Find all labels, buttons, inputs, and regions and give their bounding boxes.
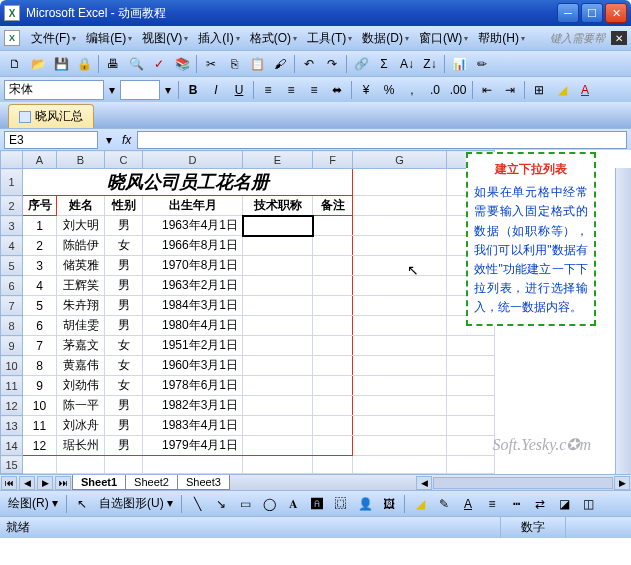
cell[interactable]: [447, 376, 495, 396]
hyperlink-icon[interactable]: 🔗: [350, 53, 372, 75]
row-header[interactable]: 10: [1, 356, 23, 376]
cell[interactable]: 女: [105, 376, 143, 396]
font-size-select[interactable]: [120, 80, 160, 100]
cell[interactable]: [243, 356, 313, 376]
cell[interactable]: 11: [23, 416, 57, 436]
print-icon[interactable]: 🖶: [102, 53, 124, 75]
drawing-icon[interactable]: ✏: [471, 53, 493, 75]
cell[interactable]: 女: [105, 236, 143, 256]
spell-icon[interactable]: ✓: [148, 53, 170, 75]
row-header[interactable]: 7: [1, 296, 23, 316]
cell[interactable]: 性别: [105, 196, 143, 216]
row-header[interactable]: 13: [1, 416, 23, 436]
cell[interactable]: 男: [105, 316, 143, 336]
cell[interactable]: [243, 396, 313, 416]
cell[interactable]: 朱卉翔: [57, 296, 105, 316]
cell[interactable]: [313, 356, 353, 376]
cell[interactable]: [353, 356, 447, 376]
cell[interactable]: 备注: [313, 196, 353, 216]
cell[interactable]: 王辉笑: [57, 276, 105, 296]
cell[interactable]: [313, 396, 353, 416]
select-all-corner[interactable]: [1, 151, 23, 169]
doc-close-button[interactable]: ✕: [611, 31, 627, 45]
cell[interactable]: [313, 416, 353, 436]
sort-asc-icon[interactable]: A↓: [396, 53, 418, 75]
cell[interactable]: 1970年8月1日: [143, 256, 243, 276]
row-header[interactable]: 11: [1, 376, 23, 396]
cell[interactable]: 女: [105, 356, 143, 376]
paste-icon[interactable]: 📋: [246, 53, 268, 75]
line-icon[interactable]: ╲: [186, 493, 208, 515]
arrow-style-icon[interactable]: ⇄: [529, 493, 551, 515]
fill-icon[interactable]: ◢: [409, 493, 431, 515]
close-button[interactable]: ✕: [605, 3, 627, 23]
percent-icon[interactable]: %: [378, 79, 400, 101]
cell[interactable]: 陈皓伊: [57, 236, 105, 256]
fx-label[interactable]: fx: [122, 133, 131, 147]
cell[interactable]: [353, 276, 447, 296]
cell[interactable]: 男: [105, 216, 143, 236]
line-color-icon[interactable]: ✎: [433, 493, 455, 515]
cell[interactable]: [313, 236, 353, 256]
cell[interactable]: 技术职称: [243, 196, 313, 216]
cell[interactable]: 姓名: [57, 196, 105, 216]
picture-icon[interactable]: 🖼: [378, 493, 400, 515]
cell[interactable]: 琚长州: [57, 436, 105, 456]
align-center-icon[interactable]: ≡: [280, 79, 302, 101]
row-header[interactable]: 12: [1, 396, 23, 416]
cell[interactable]: 储英雅: [57, 256, 105, 276]
cell[interactable]: [353, 216, 447, 236]
col-header[interactable]: B: [57, 151, 105, 169]
cell[interactable]: 男: [105, 296, 143, 316]
align-left-icon[interactable]: ≡: [257, 79, 279, 101]
col-header[interactable]: G: [353, 151, 447, 169]
italic-icon[interactable]: I: [205, 79, 227, 101]
cell[interactable]: 陈一平: [57, 396, 105, 416]
redo-icon[interactable]: ↷: [321, 53, 343, 75]
row-header[interactable]: 9: [1, 336, 23, 356]
indent-dec-icon[interactable]: ⇤: [476, 79, 498, 101]
dash-icon[interactable]: ┅: [505, 493, 527, 515]
wordart-icon[interactable]: 🅰: [306, 493, 328, 515]
cell[interactable]: 1963年2月1日: [143, 276, 243, 296]
cell[interactable]: [243, 376, 313, 396]
cell[interactable]: 1983年4月1日: [143, 416, 243, 436]
indent-inc-icon[interactable]: ⇥: [499, 79, 521, 101]
cell[interactable]: [243, 236, 313, 256]
fill-color-icon[interactable]: ◢: [551, 79, 573, 101]
cell[interactable]: 男: [105, 396, 143, 416]
custom-tab[interactable]: 晓风汇总: [8, 104, 94, 128]
cell[interactable]: 男: [105, 276, 143, 296]
cell[interactable]: 10: [23, 396, 57, 416]
col-header[interactable]: C: [105, 151, 143, 169]
name-box[interactable]: E3: [4, 131, 98, 149]
autoshapes-menu[interactable]: 自选图形(U) ▾: [95, 495, 177, 512]
chart-icon[interactable]: 📊: [448, 53, 470, 75]
cell[interactable]: 1963年4月1日: [143, 216, 243, 236]
font-name-select[interactable]: 宋体: [4, 80, 104, 100]
sheet-nav-next[interactable]: ▶: [37, 476, 53, 490]
cell[interactable]: 5: [23, 296, 57, 316]
cell[interactable]: [353, 316, 447, 336]
cell[interactable]: 1951年2月1日: [143, 336, 243, 356]
col-header[interactable]: F: [313, 151, 353, 169]
dec-decimal-icon[interactable]: .00: [447, 79, 469, 101]
cell[interactable]: 男: [105, 436, 143, 456]
cell[interactable]: [243, 296, 313, 316]
cell[interactable]: [353, 296, 447, 316]
bold-icon[interactable]: B: [182, 79, 204, 101]
font-color-icon[interactable]: A: [574, 79, 596, 101]
preview-icon[interactable]: 🔍: [125, 53, 147, 75]
cell[interactable]: 1978年6月1日: [143, 376, 243, 396]
menu-tools[interactable]: 工具(T)▾: [303, 28, 356, 49]
currency-icon[interactable]: ¥: [355, 79, 377, 101]
sheet-tab[interactable]: Sheet1: [72, 475, 126, 490]
permission-icon[interactable]: 🔒: [73, 53, 95, 75]
menu-window[interactable]: 窗口(W)▾: [415, 28, 472, 49]
row-header[interactable]: 3: [1, 216, 23, 236]
row-header[interactable]: 2: [1, 196, 23, 216]
undo-icon[interactable]: ↶: [298, 53, 320, 75]
borders-icon[interactable]: ⊞: [528, 79, 550, 101]
row-header[interactable]: 1: [1, 169, 23, 196]
cell[interactable]: [313, 216, 353, 236]
